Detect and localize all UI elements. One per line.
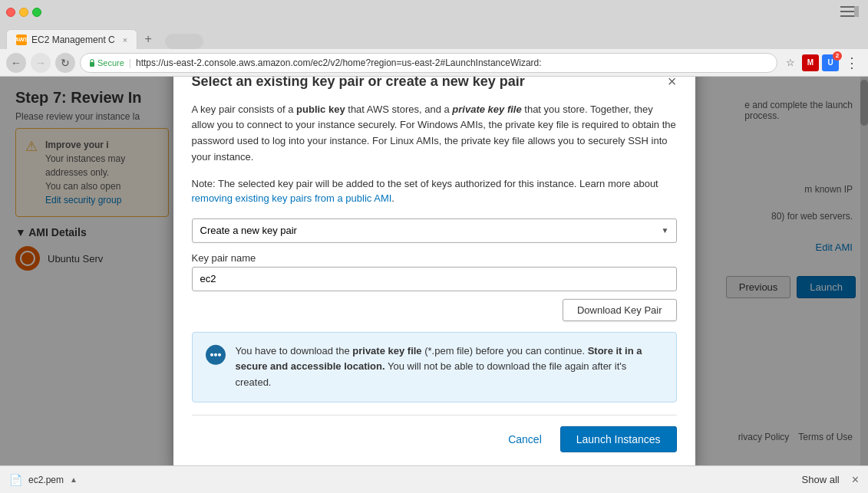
new-tab-button[interactable]: + (137, 29, 159, 49)
ext-icon-1[interactable]: M (802, 54, 819, 71)
modal-note: Note: The selected key pair will be adde… (192, 176, 677, 206)
svg-rect-4 (90, 62, 94, 67)
show-all-button[interactable]: Show all (796, 471, 846, 488)
secure-indicator: Secure (88, 58, 124, 67)
minimize-traffic-light[interactable] (19, 8, 28, 17)
download-btn-row: Download Key Pair (192, 299, 677, 321)
ext-badge-1: 2 (833, 51, 842, 61)
status-left: 📄 ec2.pem ▲ (9, 474, 78, 486)
status-bar: 📄 ec2.pem ▲ Show all × (0, 465, 868, 493)
svg-point-7 (214, 353, 217, 357)
url-separator: | (129, 58, 131, 68)
url-text: https://us-east-2.console.aws.amazon.com… (136, 58, 542, 68)
cancel-button[interactable]: Cancel (499, 426, 551, 452)
info-icon (205, 344, 226, 391)
field-label: Key pair name (192, 252, 677, 264)
tab-title: EC2 Management C (31, 35, 115, 45)
svg-point-6 (210, 353, 213, 357)
browser-menu-button[interactable]: ⋮ (842, 54, 862, 71)
traffic-lights (6, 8, 41, 17)
svg-rect-3 (854, 6, 859, 17)
key-pair-name-input[interactable] (192, 267, 677, 291)
modal-close-button[interactable]: × (668, 77, 677, 88)
tab-favicon: AWS (16, 35, 27, 45)
nav-right: ☆ M U 2 ⋮ (782, 54, 862, 71)
close-downloads-bar-button[interactable]: × (852, 473, 859, 487)
nav-bar: ← → ↻ Secure | https://us-east-2.console… (0, 49, 868, 77)
file-type-icon: 📄 (9, 474, 22, 486)
back-button[interactable]: ← (6, 53, 26, 73)
modal-title: Select an existing key pair or create a … (192, 77, 525, 89)
maximize-traffic-light[interactable] (32, 8, 41, 17)
modal-footer: Cancel Launch Instances (192, 426, 677, 452)
title-bar (0, 0, 868, 25)
info-text: You have to download the private key fil… (236, 343, 664, 391)
modal-body-text: A key pair consists of a public key that… (192, 101, 677, 165)
ext-icon-2[interactable]: U 2 (822, 54, 839, 71)
svg-point-8 (218, 353, 221, 357)
form-section: Create a new key pair Choose an existing… (192, 219, 677, 321)
modal-divider (192, 415, 677, 416)
bookmark-icon[interactable]: ☆ (782, 54, 799, 71)
key-pair-select[interactable]: Create a new key pair Choose an existing… (192, 219, 677, 243)
info-box: You have to download the private key fil… (192, 332, 677, 403)
learn-more-link[interactable]: removing existing key pairs from a publi… (192, 192, 392, 204)
download-key-pair-button[interactable]: Download Key Pair (563, 299, 677, 321)
chat-icon (205, 344, 226, 366)
download-chevron-icon[interactable]: ▲ (70, 475, 78, 484)
url-bar[interactable]: Secure | https://us-east-2.console.aws.a… (80, 53, 777, 73)
status-right: Show all × (796, 471, 859, 488)
refresh-button[interactable]: ↻ (55, 53, 75, 73)
modal-header: Select an existing key pair or create a … (192, 77, 677, 89)
active-tab[interactable]: AWS EC2 Management C × (6, 29, 137, 49)
toolbar-icon (840, 6, 859, 20)
extensions: M U 2 (802, 54, 839, 71)
tab-close-btn[interactable]: × (123, 35, 127, 44)
tab-bar: AWS EC2 Management C × + (0, 25, 868, 49)
lock-icon (88, 58, 96, 67)
download-file-name: ec2.pem (28, 475, 64, 485)
launch-instances-button[interactable]: Launch Instances (560, 426, 677, 452)
forward-button[interactable]: → (31, 53, 51, 73)
modal-dialog: Select an existing key pair or create a … (173, 77, 695, 465)
close-traffic-light[interactable] (6, 8, 15, 17)
page-content: Step 7: Review In Please review your ins… (0, 77, 868, 465)
key-pair-type-selector[interactable]: Create a new key pair Choose an existing… (192, 219, 677, 243)
